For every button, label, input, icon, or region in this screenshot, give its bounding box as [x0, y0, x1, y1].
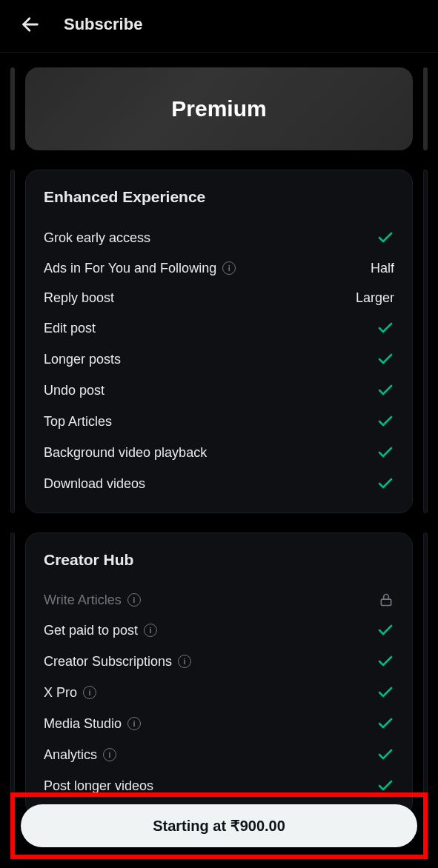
check-icon: [376, 381, 394, 399]
svg-rect-1: [381, 599, 391, 605]
feature-label: X Pro: [44, 685, 77, 701]
info-icon[interactable]: i: [222, 261, 236, 275]
enhanced-scroll: Enhanced Experience Grok early access Ad…: [10, 170, 428, 513]
feature-label: Background video playback: [44, 445, 207, 461]
cta-label: Starting at ₹900.00: [153, 817, 285, 835]
feature-label: Write Articles: [44, 592, 122, 608]
panel-next-edge[interactable]: [423, 533, 428, 815]
check-icon: [376, 746, 394, 764]
section-title-enhanced: Enhanced Experience: [44, 188, 394, 206]
page-title: Subscribe: [64, 15, 142, 34]
info-icon[interactable]: i: [83, 686, 96, 699]
feature-label: Creator Subscriptions: [44, 654, 172, 670]
feature-ads: Ads in For You and Following i Half: [44, 253, 394, 283]
content: Premium Enhanced Experience Grok early a…: [0, 53, 438, 815]
feature-media-studio: Media Studio i: [44, 708, 394, 739]
feature-label: Undo post: [44, 383, 104, 398]
check-icon: [376, 444, 394, 461]
lock-icon: [378, 592, 394, 608]
feature-label: Top Articles: [44, 414, 112, 430]
topbar: Subscribe: [0, 0, 438, 53]
feature-label: Grok early access: [44, 230, 150, 246]
feature-top-articles: Top Articles: [44, 406, 394, 437]
creator-hub-panel: Creator Hub Write Articles i Get paid to…: [25, 533, 413, 815]
feature-analytics: Analytics i: [44, 739, 394, 770]
creator-scroll: Creator Hub Write Articles i Get paid to…: [10, 533, 428, 815]
enhanced-experience-panel: Enhanced Experience Grok early access Ad…: [25, 170, 413, 513]
info-icon[interactable]: i: [103, 748, 116, 761]
feature-reply-boost: Reply boost Larger: [44, 283, 394, 313]
panel-prev-edge[interactable]: [10, 170, 15, 513]
check-icon: [376, 652, 394, 670]
feature-longer-posts: Longer posts: [44, 344, 394, 375]
feature-grok: Grok early access: [44, 222, 394, 253]
feature-value: Half: [371, 261, 394, 276]
feature-label: Ads in For You and Following: [44, 261, 216, 276]
feature-bg-video: Background video playback: [44, 437, 394, 468]
feature-write-articles: Write Articles i: [44, 585, 394, 615]
section-title-creator: Creator Hub: [44, 551, 394, 569]
feature-creator-subs: Creator Subscriptions i: [44, 646, 394, 677]
tier-card-prev-edge[interactable]: [10, 67, 15, 150]
check-icon: [376, 350, 394, 368]
panel-next-edge[interactable]: [423, 170, 428, 513]
feature-label: Post longer videos: [44, 778, 153, 794]
feature-label: Longer posts: [44, 352, 121, 367]
arrow-left-icon: [20, 14, 41, 35]
check-icon: [376, 475, 394, 493]
feature-value: Larger: [356, 290, 394, 306]
check-icon: [376, 715, 394, 732]
check-icon: [376, 413, 394, 430]
feature-label: Edit post: [44, 321, 96, 336]
feature-undo-post: Undo post: [44, 375, 394, 406]
info-icon[interactable]: i: [127, 593, 141, 607]
feature-label: Media Studio: [44, 716, 122, 732]
feature-label: Get paid to post: [44, 623, 138, 638]
feature-edit-post: Edit post: [44, 313, 394, 344]
feature-label: Download videos: [44, 476, 145, 492]
feature-get-paid: Get paid to post i: [44, 615, 394, 646]
subscribe-cta-button[interactable]: Starting at ₹900.00: [21, 804, 417, 847]
check-icon: [376, 229, 394, 247]
feature-x-pro: X Pro i: [44, 677, 394, 708]
tier-label: Premium: [171, 96, 266, 121]
back-button[interactable]: [18, 12, 43, 37]
feature-download-videos: Download videos: [44, 468, 394, 499]
tier-card-next-edge[interactable]: [423, 67, 428, 150]
check-icon: [376, 319, 394, 337]
feature-label: Analytics: [44, 747, 97, 763]
check-icon: [376, 621, 394, 639]
check-icon: [376, 684, 394, 701]
tier-carousel[interactable]: Premium: [10, 67, 428, 150]
feature-label: Reply boost: [44, 290, 114, 306]
info-icon[interactable]: i: [178, 655, 191, 668]
panel-prev-edge[interactable]: [10, 533, 15, 815]
info-icon[interactable]: i: [127, 717, 141, 730]
cta-highlight-box: Starting at ₹900.00: [10, 792, 428, 859]
tier-card-premium[interactable]: Premium: [25, 67, 413, 150]
info-icon[interactable]: i: [144, 624, 157, 637]
